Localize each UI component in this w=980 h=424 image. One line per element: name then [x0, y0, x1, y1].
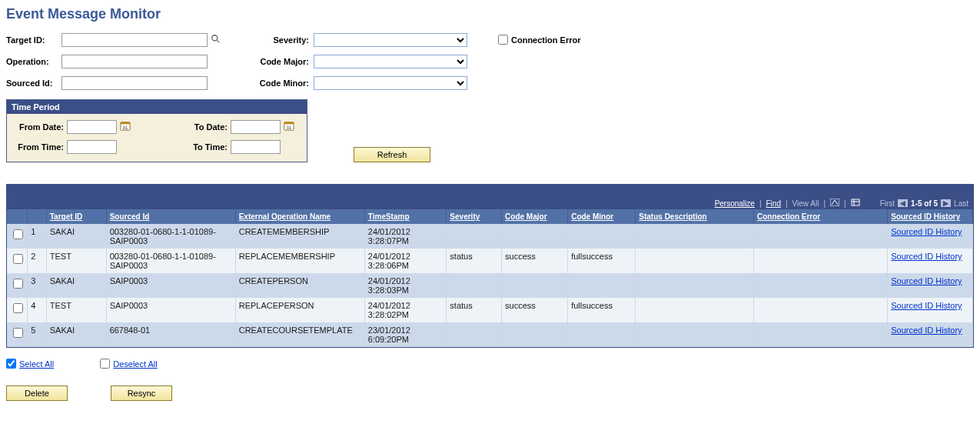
cell-err — [754, 224, 888, 249]
calendar-icon[interactable]: 31 — [284, 121, 294, 133]
severity-label: Severity: — [252, 35, 314, 45]
col-code-minor[interactable]: Code Minor — [568, 209, 636, 224]
next-icon[interactable]: ▶ — [941, 199, 951, 207]
cell-target: TEST — [46, 298, 106, 322]
row-num: 1 — [28, 224, 47, 249]
refresh-button[interactable]: Refresh — [354, 147, 430, 162]
svg-line-1 — [217, 40, 220, 43]
row-checkbox[interactable] — [13, 279, 23, 289]
lookup-icon[interactable] — [211, 34, 221, 46]
select-all-link[interactable]: Select All — [6, 359, 54, 369]
cell-maj — [502, 273, 568, 298]
cell-op: CREATEMEMBERSHIP — [235, 224, 364, 249]
cell-target: TEST — [46, 249, 106, 273]
col-history[interactable]: Sourced ID History — [888, 209, 973, 224]
cell-target: SAKAI — [46, 224, 106, 249]
results-grid: Personalize| Find| View All| | First ◀ 1… — [6, 184, 974, 348]
col-timestamp[interactable]: TimeStamp — [364, 209, 447, 224]
target-id-input[interactable] — [61, 33, 208, 47]
history-link[interactable]: Sourced ID History — [891, 276, 962, 285]
find-link[interactable]: Find — [766, 199, 781, 208]
grid-table: Target ID Sourced Id External Operation … — [7, 209, 973, 347]
col-conn-err[interactable]: Connection Error — [754, 209, 888, 224]
cell-err — [754, 322, 888, 347]
cell-op: REPLACEPERSON — [235, 298, 364, 322]
from-date-label: From Date: — [13, 122, 67, 132]
col-code-major[interactable]: Code Major — [502, 209, 568, 224]
history-link[interactable]: Sourced ID History — [891, 252, 962, 261]
to-time-label: To Time: — [184, 142, 231, 152]
svg-text:31: 31 — [287, 125, 292, 130]
view-all-link[interactable]: View All — [792, 199, 819, 208]
prev-icon[interactable]: ◀ — [898, 199, 908, 207]
connection-error-checkbox[interactable] — [498, 35, 508, 45]
from-date-input[interactable] — [67, 120, 117, 134]
col-rownum — [28, 209, 47, 224]
code-major-label: Code Major: — [252, 57, 314, 66]
history-link[interactable]: Sourced ID History — [891, 301, 962, 310]
download-icon[interactable] — [851, 199, 860, 208]
to-time-input[interactable] — [231, 140, 281, 154]
sourced-id-input[interactable] — [61, 76, 208, 90]
cell-sev — [447, 273, 502, 298]
delete-button[interactable]: Delete — [6, 386, 68, 401]
history-link[interactable]: Sourced ID History — [891, 227, 962, 236]
code-major-select[interactable] — [314, 55, 467, 68]
connection-error-label: Connection Error — [511, 35, 580, 45]
history-link[interactable]: Sourced ID History — [891, 326, 962, 335]
resync-button[interactable]: Resync — [111, 386, 172, 401]
time-period-panel: Time Period From Date: 31 To Date: 31 Fr… — [6, 99, 307, 162]
cell-sourced: 003280-01-0680-1-1-01089-SAIP0003 — [106, 249, 235, 273]
target-id-label: Target ID: — [6, 35, 61, 45]
cell-err — [754, 298, 888, 322]
cell-maj — [502, 322, 568, 347]
from-time-input[interactable] — [67, 140, 117, 154]
col-ext-op[interactable]: External Operation Name — [235, 209, 364, 224]
calendar-icon[interactable]: 31 — [120, 121, 131, 133]
row-checkbox[interactable] — [13, 229, 23, 239]
cell-ts: 24/01/2012 3:28:06PM — [364, 249, 447, 273]
col-severity[interactable]: Severity — [447, 209, 502, 224]
row-checkbox[interactable] — [13, 328, 23, 338]
table-row: 2TEST003280-01-0680-1-1-01089-SAIP0003RE… — [7, 249, 973, 273]
operation-input[interactable] — [61, 55, 208, 68]
table-row: 1SAKAI003280-01-0680-1-1-01089-SAIP0003C… — [7, 224, 973, 249]
first-nav[interactable]: First — [880, 199, 895, 208]
cell-min — [568, 224, 636, 249]
range-text: 1-5 of 5 — [911, 199, 938, 208]
grid-toolbar: Personalize| Find| View All| | First ◀ 1… — [7, 197, 973, 209]
personalize-link[interactable]: Personalize — [715, 199, 755, 208]
svg-rect-9 — [852, 199, 859, 205]
cell-ts: 24/01/2012 3:28:02PM — [364, 298, 447, 322]
cell-desc — [636, 273, 754, 298]
cell-sourced: 003280-01-0680-1-1-01089-SAIP0003 — [106, 224, 235, 249]
deselect-all-link[interactable]: Deselect All — [100, 359, 157, 369]
cell-op: CREATEPERSON — [235, 273, 364, 298]
cell-desc — [636, 224, 754, 249]
cell-desc — [636, 322, 754, 347]
svg-point-0 — [212, 35, 218, 41]
to-date-input[interactable] — [231, 120, 281, 134]
row-checkbox[interactable] — [13, 254, 23, 264]
svg-text:31: 31 — [123, 125, 128, 130]
col-status-desc[interactable]: Status Description — [636, 209, 754, 224]
to-date-label: To Date: — [184, 122, 231, 132]
deselect-all-label: Deselect All — [113, 359, 157, 369]
severity-select[interactable] — [314, 33, 467, 47]
select-all-checkbox[interactable] — [6, 359, 16, 369]
zoom-icon[interactable] — [830, 199, 839, 208]
table-row: 4TESTSAIP0003REPLACEPERSON24/01/2012 3:2… — [7, 298, 973, 322]
cell-ts: 24/01/2012 3:28:03PM — [364, 273, 447, 298]
col-target[interactable]: Target ID — [46, 209, 106, 224]
cell-sev — [447, 322, 502, 347]
code-minor-label: Code Minor: — [252, 78, 314, 88]
code-minor-select[interactable] — [314, 76, 467, 90]
row-checkbox[interactable] — [13, 303, 23, 313]
connection-error-wrap[interactable]: Connection Error — [498, 35, 580, 45]
cell-sourced: 667848-01 — [106, 322, 235, 347]
operation-label: Operation: — [6, 57, 61, 66]
deselect-all-checkbox[interactable] — [100, 359, 110, 369]
col-sourced[interactable]: Sourced Id — [106, 209, 235, 224]
cell-min — [568, 322, 636, 347]
last-nav[interactable]: Last — [954, 199, 968, 208]
